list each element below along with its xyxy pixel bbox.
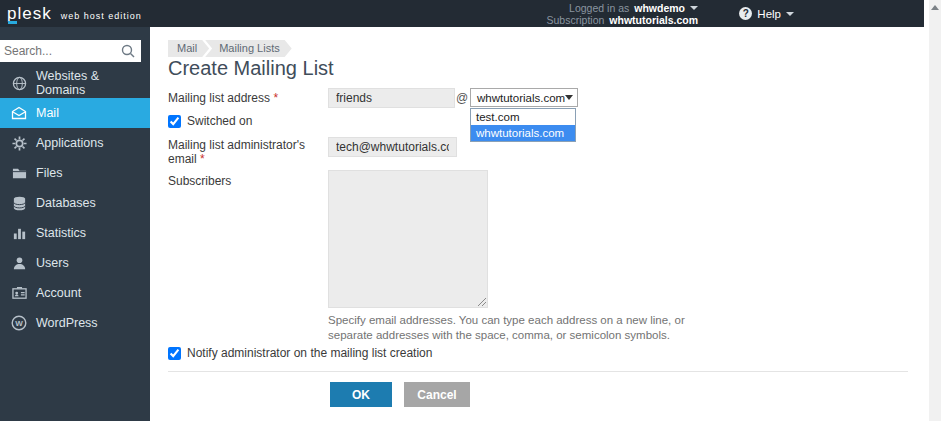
breadcrumb: Mail Mailing Lists [168, 40, 292, 57]
svg-text:W: W [15, 319, 23, 328]
id-card-icon [11, 285, 27, 301]
scrollbar-column [924, 0, 941, 421]
sidebar-nav: Websites & Domains Mail Applications Fil… [0, 68, 150, 338]
wordpress-icon: W [11, 315, 27, 331]
help-menu[interactable]: ? Help [739, 0, 794, 27]
logged-in-row[interactable]: Logged in as whwdemo [547, 2, 698, 14]
page-title: Create Mailing List [168, 57, 334, 80]
chevron-down-icon [786, 12, 794, 16]
session-info: Logged in as whwdemo Subscription whwtut… [547, 0, 698, 27]
domain-select[interactable]: whwtutorials.com [470, 88, 578, 107]
mail-icon [11, 105, 27, 121]
gear-icon [11, 135, 27, 151]
footer-divider [168, 371, 908, 372]
user-icon [11, 255, 27, 271]
notify-row: Notify administrator on the mailing list… [168, 346, 432, 360]
switched-on-row: Switched on [168, 114, 252, 128]
sidebar-item-label: WordPress [36, 316, 98, 330]
logged-in-label: Logged in as [569, 2, 629, 14]
vertical-scrollbar[interactable] [929, 0, 941, 421]
ok-button[interactable]: OK [330, 382, 392, 407]
notify-label: Notify administrator on the mailing list… [187, 346, 432, 360]
sidebar-item-databases[interactable]: Databases [0, 188, 150, 218]
breadcrumb-item-mailing-lists[interactable]: Mailing Lists [205, 40, 292, 57]
sidebar-item-label: Statistics [36, 226, 86, 240]
sidebar-item-label: Websites & Domains [36, 69, 150, 97]
domain-option-test[interactable]: test.com [471, 109, 575, 125]
sidebar: Websites & Domains Mail Applications Fil… [0, 27, 150, 421]
sidebar-item-users[interactable]: Users [0, 248, 150, 278]
sidebar-item-label: Mail [36, 106, 59, 120]
chevron-down-icon [565, 95, 573, 100]
folder-icon [11, 165, 27, 181]
sidebar-item-mail[interactable]: Mail [0, 98, 150, 128]
switched-on-checkbox[interactable] [168, 115, 181, 128]
sidebar-item-label: Account [36, 286, 81, 300]
sidebar-item-label: Databases [36, 196, 96, 210]
database-icon [11, 195, 27, 211]
subscribers-textarea[interactable] [328, 170, 488, 308]
search-input[interactable] [0, 44, 121, 58]
cancel-button[interactable]: Cancel [404, 382, 470, 407]
top-header: plesk web host edition Logged in as whwd… [0, 0, 924, 27]
admin-email-input[interactable] [328, 137, 457, 157]
plesk-logo[interactable]: plesk web host edition [7, 0, 142, 27]
at-symbol: @ [456, 91, 468, 105]
chevron-down-icon [690, 6, 698, 10]
globe-icon [11, 75, 27, 91]
domain-select-value: whwtutorials.com [477, 92, 565, 104]
subscription-value: whwtutorials.com [609, 14, 698, 26]
plesk-window: plesk web host edition Logged in as whwd… [0, 0, 941, 421]
address-label: Mailing list address * [168, 91, 320, 105]
required-marker: * [200, 152, 205, 166]
domain-option-whwtutorials[interactable]: whwtutorials.com [471, 125, 575, 141]
sidebar-search [0, 40, 141, 62]
main-content: Mail Mailing Lists Create Mailing List M… [150, 27, 924, 421]
subscribers-label: Subscribers [168, 174, 320, 188]
help-label: Help [757, 8, 781, 20]
notify-checkbox[interactable] [168, 347, 181, 360]
search-icon [121, 44, 135, 58]
edition-label: web host edition [61, 11, 142, 21]
sidebar-item-label: Files [36, 166, 62, 180]
sidebar-item-label: Users [36, 256, 69, 270]
subscription-label: Subscription [547, 14, 605, 26]
domain-dropdown-list: test.com whwtutorials.com [470, 108, 576, 142]
subscribers-hint: Specify email addresses. You can type ea… [328, 313, 700, 343]
scroll-up-arrow-icon[interactable] [930, 2, 940, 12]
sidebar-item-wordpress[interactable]: W WordPress [0, 308, 150, 338]
sidebar-item-files[interactable]: Files [0, 158, 150, 188]
logged-in-user: whwdemo [634, 2, 685, 14]
bar-chart-icon [11, 225, 27, 241]
plesk-logo-underscore [8, 21, 17, 24]
help-icon: ? [739, 7, 752, 20]
sidebar-item-websites-domains[interactable]: Websites & Domains [0, 68, 150, 98]
required-marker: * [273, 91, 278, 105]
sidebar-item-account[interactable]: Account [0, 278, 150, 308]
sidebar-item-label: Applications [36, 136, 103, 150]
switched-on-label: Switched on [187, 114, 252, 128]
sidebar-item-statistics[interactable]: Statistics [0, 218, 150, 248]
sidebar-item-applications[interactable]: Applications [0, 128, 150, 158]
subscription-row: Subscription whwtutorials.com [547, 14, 698, 26]
mailing-list-address-input[interactable] [328, 88, 455, 108]
admin-email-label: Mailing list administrator's email * [168, 138, 320, 166]
breadcrumb-item-mail[interactable]: Mail [168, 40, 209, 57]
